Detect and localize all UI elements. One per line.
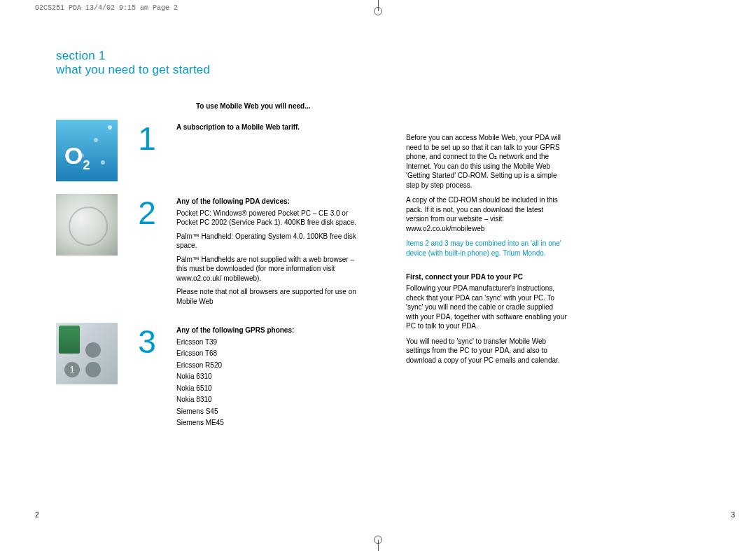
- step-number-3: 3: [118, 323, 176, 358]
- phone-item: Ericsson R520: [176, 361, 364, 370]
- section-title: what you need to get started: [56, 63, 364, 77]
- gprs-phone-thumb: [56, 323, 118, 384]
- page-right: Before you can access Mobile Web, your P…: [385, 28, 735, 523]
- step-number-1: 1: [118, 120, 176, 155]
- step-1-body: A subscription to a Mobile Web tariff.: [176, 120, 364, 134]
- step-number-2: 2: [118, 194, 176, 229]
- phone-item: Nokia 6510: [176, 384, 364, 393]
- step-2-p4: Please note that not all browsers are su…: [176, 287, 364, 306]
- step-1-heading: A subscription to a Mobile Web tariff.: [176, 123, 364, 132]
- phone-item: Siemens ME45: [176, 418, 364, 428]
- step-2-heading: Any of the following PDA devices:: [176, 197, 364, 207]
- page-number-left: 2: [35, 511, 39, 519]
- requirement-block-3: 3 Any of the following GPRS phones: Eric…: [56, 323, 364, 430]
- intro-heading: To use Mobile Web you will need...: [196, 102, 364, 110]
- right-note: Items 2 and 3 may be combined into an 'a…: [406, 239, 567, 258]
- right-p2: A copy of the CD-ROM should be included …: [406, 195, 567, 233]
- o2-logo-icon: O2: [64, 142, 90, 173]
- step-2-p1: Pocket PC: Windows® powered Pocket PC – …: [176, 209, 364, 228]
- pda-device-thumb: [56, 194, 118, 256]
- step-3-heading: Any of the following GPRS phones:: [176, 326, 364, 335]
- page-left: section 1 what you need to get started T…: [35, 28, 385, 523]
- crop-mark-bottom: [364, 537, 392, 551]
- page-spread: section 1 what you need to get started T…: [35, 28, 735, 523]
- phone-item: Siemens S45: [176, 407, 364, 417]
- requirement-block-1: O2 1 A subscription to a Mobile Web tari…: [56, 120, 364, 181]
- right-heading: First, connect your PDA to your PC: [406, 273, 567, 281]
- step-2-p2: Palm™ Handheld: Operating System 4.0. 10…: [176, 232, 364, 251]
- phone-item: Nokia 6310: [176, 372, 364, 382]
- step-2-p3: Palm™ Handhelds are not supplied with a …: [176, 255, 364, 284]
- right-p4: You will need to 'sync' to transfer Mobi…: [406, 337, 567, 365]
- right-p3: Following your PDA manufacturer's instru…: [406, 284, 567, 331]
- o2-logo-thumb: O2: [56, 120, 118, 181]
- phone-list: Ericsson T39 Ericsson T68 Ericsson R520 …: [176, 337, 364, 428]
- section-label: section 1: [56, 49, 364, 63]
- phone-item: Nokia 8310: [176, 395, 364, 405]
- requirement-block-2: 2 Any of the following PDA devices: Pock…: [56, 194, 364, 310]
- right-p1: Before you can access Mobile Web, your P…: [406, 133, 567, 190]
- right-column-content: Before you can access Mobile Web, your P…: [406, 133, 567, 365]
- step-2-body: Any of the following PDA devices: Pocket…: [176, 194, 364, 310]
- phone-item: Ericsson T68: [176, 349, 364, 358]
- step-3-body: Any of the following GPRS phones: Ericss…: [176, 323, 364, 430]
- phone-item: Ericsson T39: [176, 337, 364, 347]
- page-number-right: 3: [731, 511, 735, 519]
- crop-mark-top: [364, 0, 392, 14]
- print-job-header: O2CS251 PDA 13/4/02 9:15 am Page 2: [35, 4, 178, 12]
